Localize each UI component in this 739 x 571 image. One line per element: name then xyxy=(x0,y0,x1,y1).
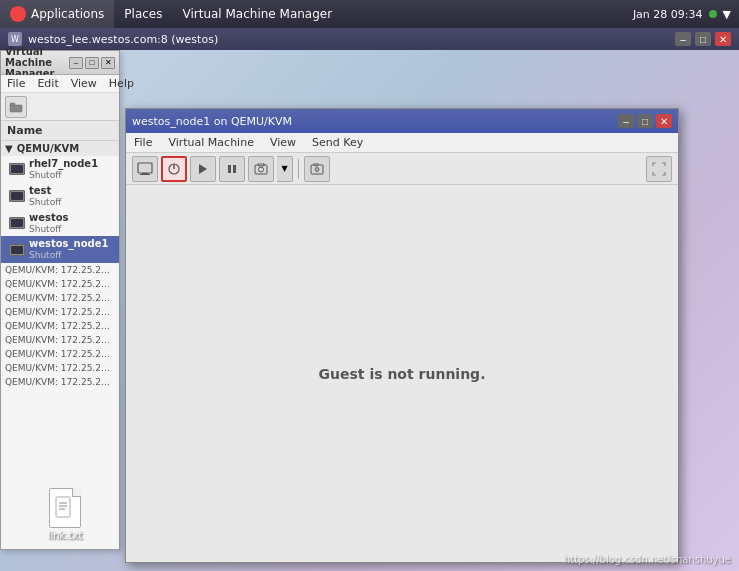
vmm-menu-help-label: Help xyxy=(109,77,134,90)
taskbar-right: Jan 28 09:34 ▼ xyxy=(633,8,739,21)
chevron-down-icon: ▼ xyxy=(5,143,13,154)
vmm-group-label: QEMU/KVM xyxy=(17,143,80,154)
vm-console-titlebar: westos_node1 on QEMU/KVM – □ ✕ xyxy=(126,109,678,133)
vm-power-config-button[interactable] xyxy=(161,156,187,182)
vmm-toolbar xyxy=(1,93,119,121)
vm-menu-view-label: View xyxy=(270,136,296,149)
wifi-icon: ▼ xyxy=(723,8,731,21)
vm-console-body: ▼ G xyxy=(126,153,678,562)
vm-item-westos[interactable]: westos Shutoff xyxy=(1,210,119,237)
svg-point-14 xyxy=(315,167,319,171)
vm-item-rhel7-node1[interactable]: rhel7_node1 Shutoff xyxy=(1,156,119,183)
vm-status-test: Shutoff xyxy=(29,197,61,208)
svg-rect-2 xyxy=(138,163,152,173)
main-window-buttons: – □ ✕ xyxy=(675,32,731,46)
places-label: Places xyxy=(124,7,162,21)
vm-icon-westos-node1 xyxy=(9,244,25,256)
vm-name-test: test xyxy=(29,185,61,197)
vm-status-westos: Shutoff xyxy=(29,224,69,235)
main-maximize-button[interactable]: □ xyxy=(695,32,711,46)
vmm-minimize-button[interactable]: – xyxy=(69,57,83,69)
vm-status-westos-node1: Shutoff xyxy=(29,250,108,261)
vmm-close-button[interactable]: ✕ xyxy=(101,57,115,69)
vm-snapshot-dropdown[interactable]: ▼ xyxy=(277,156,293,182)
vm-play-button[interactable] xyxy=(190,156,216,182)
vm-info-westos-node1: westos_node1 Shutoff xyxy=(29,238,108,261)
vmm-remote-3[interactable]: QEMU/KVM: 172.25.254.12 xyxy=(1,291,119,305)
vm-fullscreen-button[interactable] xyxy=(646,156,672,182)
vmm-remote-5[interactable]: QEMU/KVM: 172.25.254.15 xyxy=(1,319,119,333)
vm-console-toolbar: ▼ xyxy=(126,153,678,185)
vmm-window: Virtual Machine Manager – □ ✕ File Edit … xyxy=(0,50,120,550)
vm-console-buttons: – □ ✕ xyxy=(618,114,672,128)
vm-console-title: westos_node1 on QEMU/KVM xyxy=(132,115,292,128)
vm-item-westos-node1[interactable]: westos_node1 Shutoff xyxy=(1,236,119,263)
vm-icon-rhel7 xyxy=(9,163,25,175)
vm-console-minimize-button[interactable]: – xyxy=(618,114,634,128)
vm-item-test[interactable]: test Shutoff xyxy=(1,183,119,210)
svg-marker-7 xyxy=(199,164,207,174)
vm-console-menu-view[interactable]: View xyxy=(262,133,304,152)
datetime-label: Jan 28 09:34 xyxy=(633,8,703,21)
taskbar-applications[interactable]: Applications xyxy=(0,0,114,28)
vmm-remote-7[interactable]: QEMU/KVM: 172.25.254.17 xyxy=(1,347,119,361)
vm-console-menu-vm[interactable]: Virtual Machine xyxy=(160,133,262,152)
vm-console-menu-sendkey[interactable]: Send Key xyxy=(304,133,371,152)
vmm-maximize-button[interactable]: □ xyxy=(85,57,99,69)
vm-monitor-button[interactable] xyxy=(132,156,158,182)
vm-name-westos-node1: westos_node1 xyxy=(29,238,108,250)
vm-pause-button[interactable] xyxy=(219,156,245,182)
vm-console-close-button[interactable]: ✕ xyxy=(656,114,672,128)
vm-console-maximize-button[interactable]: □ xyxy=(637,114,653,128)
vm-icon-test xyxy=(9,190,25,202)
toolbar-separator xyxy=(298,159,299,179)
vm-info-rhel7: rhel7_node1 Shutoff xyxy=(29,158,98,181)
vmm-remote-2[interactable]: QEMU/KVM: 172.25.254.10 xyxy=(1,277,119,291)
taskbar-left: Applications Places Virtual Machine Mana… xyxy=(0,0,342,28)
vmm-qemu-group[interactable]: ▼ QEMU/KVM xyxy=(1,141,119,156)
vmm-name-column-header: Name xyxy=(7,124,43,137)
guest-status-text: Guest is not running. xyxy=(319,366,486,382)
vm-menu-vm-label: Virtual Machine xyxy=(168,136,254,149)
main-minimize-button[interactable]: – xyxy=(675,32,691,46)
vmm-remote-1[interactable]: QEMU/KVM: 172.25.254.1 • xyxy=(1,263,119,277)
vmm-remote-9[interactable]: QEMU/KVM: 172.25.254.22 xyxy=(1,375,119,389)
vmm-remote-6[interactable]: QEMU/KVM: 172.25.254.16 xyxy=(1,333,119,347)
svg-rect-9 xyxy=(233,165,236,173)
vmm-menu-help[interactable]: Help xyxy=(103,75,140,92)
vm-icon-westos xyxy=(9,217,25,229)
file-icon-linktxt xyxy=(49,488,81,528)
vm-screenshot-button[interactable] xyxy=(304,156,330,182)
vmm-menu-edit[interactable]: Edit xyxy=(31,75,64,92)
desktop-file-linktxt[interactable]: link.txt xyxy=(35,488,95,541)
applications-icon xyxy=(10,6,26,22)
main-close-button[interactable]: ✕ xyxy=(715,32,731,46)
main-window-title: westos_lee.westos.com:8 (westos) xyxy=(28,33,218,46)
vmm-menu-edit-label: Edit xyxy=(37,77,58,90)
vm-menu-sendkey-label: Send Key xyxy=(312,136,363,149)
svg-rect-4 xyxy=(140,174,150,175)
vmm-remote-4[interactable]: QEMU/KVM: 172.25.254.13 xyxy=(1,305,119,319)
taskbar-places[interactable]: Places xyxy=(114,0,172,28)
vm-manager-label: Virtual Machine Manager xyxy=(182,7,332,21)
vmm-remote-8[interactable]: QEMU/KVM: 172.25.254.18 xyxy=(1,361,119,375)
taskbar-vm-manager[interactable]: Virtual Machine Manager xyxy=(172,0,342,28)
vm-status-rhel7: Shutoff xyxy=(29,170,98,181)
svg-rect-1 xyxy=(10,103,15,106)
vmm-menu-file[interactable]: File xyxy=(1,75,31,92)
vm-console-window: westos_node1 on QEMU/KVM – □ ✕ File Virt… xyxy=(125,108,679,563)
vm-info-westos: westos Shutoff xyxy=(29,212,69,235)
vmm-menu-view[interactable]: View xyxy=(65,75,103,92)
vmm-open-button[interactable] xyxy=(5,96,27,118)
vm-snapshot-button[interactable] xyxy=(248,156,274,182)
vm-name-westos: westos xyxy=(29,212,69,224)
vmm-menubar: File Edit View Help xyxy=(1,75,119,93)
main-titlebar: W westos_lee.westos.com:8 (westos) – □ ✕ xyxy=(0,28,739,50)
vm-name-rhel7: rhel7_node1 xyxy=(29,158,98,170)
vm-console-menu-file[interactable]: File xyxy=(126,133,160,152)
main-title-area: W westos_lee.westos.com:8 (westos) xyxy=(8,32,218,46)
vm-info-test: test Shutoff xyxy=(29,185,61,208)
svg-rect-16 xyxy=(56,497,70,517)
vmm-titlebar-buttons: – □ ✕ xyxy=(69,57,115,69)
vm-console-menubar: File Virtual Machine View Send Key xyxy=(126,133,678,153)
